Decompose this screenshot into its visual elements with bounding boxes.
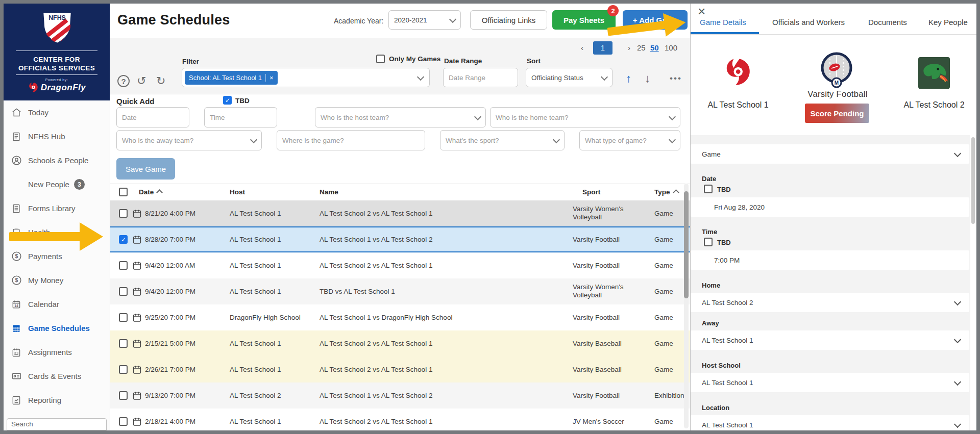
sidebar-item-game-schedules[interactable]: Game Schedules (4, 316, 110, 340)
refresh-icon[interactable]: ↻ (156, 75, 165, 87)
panel-scrollbar[interactable] (970, 135, 976, 430)
sort-select[interactable]: Officiating Status (526, 68, 612, 87)
sidebar: NFHS CENTER FOR OFFICIALS SERVICES Power… (4, 4, 110, 430)
quick-add-location-input[interactable]: Where is the game? (277, 130, 425, 150)
svg-text:NFHS: NFHS (48, 14, 66, 21)
row-checkbox[interactable] (119, 365, 128, 374)
calendar-14-icon: 14 (11, 299, 22, 310)
history-icon[interactable]: ↺ (137, 75, 146, 87)
location-select[interactable]: AL Test School 1 (691, 415, 969, 434)
quick-add-date-input[interactable]: Date (116, 107, 189, 127)
hub-doc-icon (11, 131, 22, 142)
date-value-field[interactable]: Fri Aug 28, 2020 (691, 197, 969, 217)
academic-year-select[interactable]: 2020-2021 (388, 10, 461, 30)
sidebar-item-forms-library[interactable]: Forms Library (4, 196, 110, 220)
column-type[interactable]: Type (654, 188, 678, 196)
school-filter-chip[interactable]: School: AL Test School 1 × (185, 71, 278, 85)
sidebar-item-my-money[interactable]: $ My Money (4, 268, 110, 292)
game-details-form: Game Date TBD Fri Aug 28, 2020 Time TBD … (691, 135, 977, 430)
quick-add-home-select[interactable]: Who is the home team? (490, 107, 680, 127)
home-icon (11, 107, 22, 118)
game-row[interactable]: 2/26/21 7:00 PM AL Test School 1 AL Test… (110, 356, 690, 382)
more-options-icon[interactable]: ••• (670, 74, 682, 83)
sidebar-item-reporting[interactable]: Reporting (4, 388, 110, 412)
save-game-button[interactable]: Save Game (116, 158, 175, 180)
scrollbar-thumb[interactable] (971, 137, 975, 224)
row-checkbox[interactable] (119, 313, 128, 322)
sidebar-item-nfhs-hub[interactable]: NFHS Hub (4, 124, 110, 148)
game-row-selected[interactable]: 8/28/20 7:00 PM AL Test School 1 AL Test… (110, 226, 690, 252)
row-checkbox[interactable] (119, 261, 128, 270)
time-tbd-checkbox[interactable] (704, 238, 713, 246)
game-row[interactable]: 8/21/20 4:00 PM AL Test School 1 AL Test… (110, 200, 690, 226)
sort-caret-icon (156, 189, 163, 196)
page-next-button[interactable]: › (628, 43, 630, 52)
table-scrollbar[interactable] (684, 184, 689, 428)
chip-remove-icon[interactable]: × (270, 74, 274, 82)
quick-add-type-select[interactable]: What type of game? (579, 130, 680, 150)
quick-add-host-select[interactable]: Who is the host team? (315, 107, 486, 127)
select-all-checkbox[interactable] (119, 188, 128, 196)
column-name[interactable]: Name (320, 188, 338, 196)
away-select[interactable]: AL Test School 1 (691, 330, 969, 350)
page-size-100[interactable]: 100 (665, 43, 677, 52)
filter-select[interactable]: School: AL Test School 1 × (182, 68, 430, 87)
help-icon[interactable]: ? (117, 75, 130, 87)
page-prev-button[interactable]: ‹ (581, 43, 583, 52)
sidebar-item-today[interactable]: Today (4, 100, 110, 124)
row-checkbox[interactable] (119, 235, 128, 244)
sort-descending-icon[interactable]: ↓ (645, 73, 650, 84)
nfhs-shield-logo: NFHS (41, 11, 73, 44)
tab-game-details[interactable]: Game Details (700, 18, 746, 27)
date-tbd-checkbox[interactable] (704, 185, 713, 193)
hurricane-icon (28, 82, 39, 93)
game-type-select[interactable]: Game (691, 144, 969, 164)
sidebar-item-schools-people[interactable]: Schools & People (4, 148, 110, 172)
sidebar-item-assignments[interactable]: Assignments (4, 340, 110, 364)
home-select[interactable]: AL Test School 2 (691, 293, 969, 312)
page-size-50[interactable]: 50 (650, 43, 659, 52)
people-icon (11, 155, 22, 166)
quick-add-away-select[interactable]: Who is the away team? (116, 130, 262, 150)
grid-calendar-icon (11, 323, 22, 334)
officiating-links-button[interactable]: Officiating Links (470, 10, 547, 30)
row-checkbox[interactable] (119, 417, 128, 426)
sidebar-item-cards-events[interactable]: Cards & Events (4, 364, 110, 388)
game-row[interactable]: 9/4/20 12:00 PM AL Test School 1 TBD vs … (110, 278, 690, 304)
row-checkbox[interactable] (119, 209, 128, 218)
row-checkbox[interactable] (119, 339, 128, 348)
sort-ascending-icon[interactable]: ↑ (626, 73, 631, 84)
column-date[interactable]: Date (139, 188, 162, 196)
only-my-games-checkbox[interactable] (376, 55, 385, 63)
sidebar-item-new-people[interactable]: New People 3 (4, 172, 110, 196)
game-row[interactable]: 2/15/21 5:00 PM AL Test School 1 AL Test… (110, 330, 690, 356)
row-checkbox[interactable] (119, 287, 128, 296)
row-checkbox[interactable] (119, 391, 128, 400)
scrollbar-thumb[interactable] (684, 191, 689, 298)
game-row[interactable]: 9/13/20 7:00 PM AL Test School 2 AL Test… (110, 382, 690, 409)
close-icon[interactable]: × (698, 4, 705, 19)
tab-key-people[interactable]: Key People (928, 18, 968, 27)
time-label: Time (702, 228, 717, 236)
game-row[interactable]: 9/4/20 12:00 AM AL Test School 1 AL Test… (110, 252, 690, 278)
team1-hurricane-logo (722, 58, 753, 88)
sidebar-item-calendar[interactable]: 14 Calendar (4, 292, 110, 316)
id-card-icon (11, 371, 22, 382)
tab-documents[interactable]: Documents (868, 18, 907, 27)
time-value-field[interactable]: 7:00 PM (691, 250, 969, 270)
quick-add-sport-select[interactable]: What's the sport? (440, 130, 565, 150)
sort-label: Sort (527, 57, 541, 65)
sidebar-search-input[interactable]: Search (7, 418, 107, 430)
host-school-select[interactable]: AL Test School 1 (691, 373, 969, 392)
tab-officials-and-workers[interactable]: Officials and Workers (772, 18, 845, 27)
column-sport[interactable]: Sport (582, 188, 600, 196)
sidebar-item-label: NFHS Hub (28, 132, 65, 141)
page-size-25[interactable]: 25 (637, 43, 646, 52)
quick-add-time-input[interactable]: Time (204, 107, 277, 127)
quick-add-tbd-checkbox[interactable] (223, 96, 232, 105)
date-range-input[interactable]: Date Range (443, 68, 518, 87)
game-row[interactable]: 9/25/20 7:00 PM DragonFly High School AL… (110, 304, 690, 330)
game-row[interactable]: 2/18/21 4:00 PM AL Test School 1 AL Test… (110, 409, 690, 434)
column-host[interactable]: Host (230, 188, 245, 196)
chevron-down-icon (669, 113, 676, 120)
